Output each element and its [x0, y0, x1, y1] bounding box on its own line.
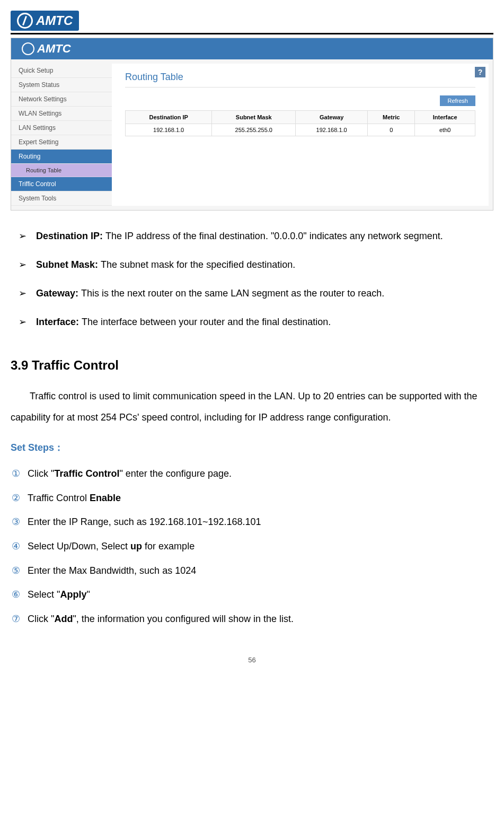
- bullet-text: The interface between your router and th…: [82, 317, 331, 327]
- step-bold: up: [130, 541, 142, 552]
- td-subnet-mask: 255.255.255.0: [212, 124, 296, 136]
- step-number-icon: ⑥: [12, 584, 20, 606]
- doc-logo-text: AMTC: [36, 13, 73, 28]
- bullet-text: The subnet mask for the specified destin…: [101, 259, 295, 270]
- bullet-bold: Gateway:: [36, 288, 81, 299]
- bullet-bold: Interface:: [36, 317, 82, 327]
- ui-main-content: ? Routing Table Refresh Destination IP S…: [112, 64, 489, 206]
- step-post: " enter the configure page.: [119, 468, 232, 479]
- set-steps-heading: Set Steps：: [11, 441, 493, 454]
- bullet-subnet-mask: ➢ Subnet Mask: The subnet mask for the s…: [11, 255, 493, 274]
- definition-list: ➢ Destination IP: The IP address of the …: [11, 226, 493, 331]
- step-list: ① Click "Traffic Control" enter the conf…: [11, 463, 493, 629]
- content-title: Routing Table: [125, 72, 475, 87]
- bullet-interface: ➢ Interface: The interface between your …: [11, 312, 493, 331]
- step-pre: Enter the IP Range, such as 192.168.101~…: [28, 517, 261, 527]
- help-button[interactable]: ?: [475, 67, 485, 77]
- step-pre: Traffic Control: [28, 493, 90, 503]
- th-subnet-mask: Subnet Mask: [212, 111, 296, 124]
- step-post: ": [86, 589, 90, 600]
- step-1: ① Click "Traffic Control" enter the conf…: [11, 463, 493, 485]
- th-gateway: Gateway: [296, 111, 368, 124]
- sidebar-subitem-routing-table[interactable]: Routing Table: [11, 164, 112, 177]
- step-post: ", the information you configured will s…: [73, 614, 294, 624]
- ui-logo-icon: [22, 42, 34, 55]
- ui-header: AMTC: [11, 38, 493, 59]
- step-number-icon: ①: [12, 463, 20, 485]
- router-ui-screenshot: AMTC Quick Setup System Status Network S…: [11, 38, 493, 211]
- sidebar-item-quick-setup[interactable]: Quick Setup: [11, 64, 112, 78]
- sidebar-item-wlan-settings[interactable]: WLAN Settings: [11, 107, 112, 121]
- bullet-destination-ip: ➢ Destination IP: The IP address of the …: [11, 226, 493, 246]
- step-5: ⑤ Enter the Max Bandwidth, such as 1024: [11, 561, 493, 582]
- bullet-text: This is the next router on the same LAN …: [81, 288, 384, 299]
- step-bold: Enable: [90, 493, 121, 503]
- doc-logo: AMTC: [11, 11, 79, 31]
- step-number-icon: ⑦: [12, 609, 20, 630]
- td-metric: 0: [368, 124, 415, 136]
- sidebar-item-expert-setting[interactable]: Expert Setting: [11, 135, 112, 150]
- step-pre: Click ": [28, 468, 54, 479]
- step-number-icon: ③: [12, 512, 20, 533]
- chevron-right-icon: ➢: [19, 284, 26, 303]
- td-interface: eth0: [415, 124, 475, 136]
- step-pre: Enter the Max Bandwidth, such as 1024: [28, 565, 196, 576]
- sidebar-item-system-tools[interactable]: System Tools: [11, 191, 112, 206]
- bullet-bold: Subnet Mask:: [36, 259, 101, 270]
- step-6: ⑥ Select "Apply": [11, 584, 493, 606]
- sidebar-item-traffic-control[interactable]: Triffic Control: [11, 177, 112, 191]
- ui-logo: AMTC: [22, 42, 71, 56]
- step-number-icon: ⑤: [12, 561, 20, 582]
- section-heading: 3.9 Traffic Control: [11, 358, 493, 373]
- sidebar-item-lan-settings[interactable]: LAN Settings: [11, 121, 112, 135]
- logo-swirl-icon: [17, 13, 33, 29]
- bullet-text: The IP address of the final destination.…: [105, 231, 443, 241]
- step-pre: Select Up/Down, Select: [28, 541, 130, 552]
- chevron-right-icon: ➢: [19, 226, 26, 246]
- step-4: ④ Select Up/Down, Select up for example: [11, 536, 493, 557]
- page-number: 56: [11, 656, 493, 664]
- step-bold: Add: [54, 614, 73, 624]
- step-3: ③ Enter the IP Range, such as 192.168.10…: [11, 512, 493, 533]
- chevron-right-icon: ➢: [19, 255, 26, 274]
- ui-logo-text: AMTC: [37, 42, 71, 56]
- sidebar-item-routing[interactable]: Routing: [11, 150, 112, 164]
- routing-table: Destination IP Subnet Mask Gateway Metri…: [125, 110, 475, 136]
- step-number-icon: ④: [12, 536, 20, 557]
- td-destination-ip: 192.168.1.0: [126, 124, 212, 136]
- step-pre: Click ": [28, 614, 54, 624]
- step-pre: Select ": [28, 589, 60, 600]
- section-paragraph: Traffic control is used to limit communi…: [11, 386, 493, 428]
- td-gateway: 192.168.1.0: [296, 124, 368, 136]
- step-2: ② Traffic Control Enable: [11, 488, 493, 509]
- step-7: ⑦ Click "Add", the information you confi…: [11, 609, 493, 630]
- th-destination-ip: Destination IP: [126, 111, 212, 124]
- step-number-icon: ②: [12, 488, 20, 509]
- step-bold: Apply: [60, 589, 86, 600]
- refresh-button[interactable]: Refresh: [440, 95, 475, 106]
- bullet-gateway: ➢ Gateway: This is the next router on th…: [11, 284, 493, 303]
- th-metric: Metric: [368, 111, 415, 124]
- sidebar-item-system-status[interactable]: System Status: [11, 78, 112, 92]
- step-post: for example: [142, 541, 194, 552]
- ui-sidebar: Quick Setup System Status Network Settin…: [11, 59, 112, 210]
- table-row: 192.168.1.0 255.255.255.0 192.168.1.0 0 …: [126, 124, 475, 136]
- sidebar-item-network-settings[interactable]: Network Settings: [11, 92, 112, 107]
- chevron-right-icon: ➢: [19, 312, 26, 331]
- th-interface: Interface: [415, 111, 475, 124]
- header-rule: [11, 33, 493, 34]
- bullet-bold: Destination IP:: [36, 231, 105, 241]
- step-bold: Traffic Control: [54, 468, 119, 479]
